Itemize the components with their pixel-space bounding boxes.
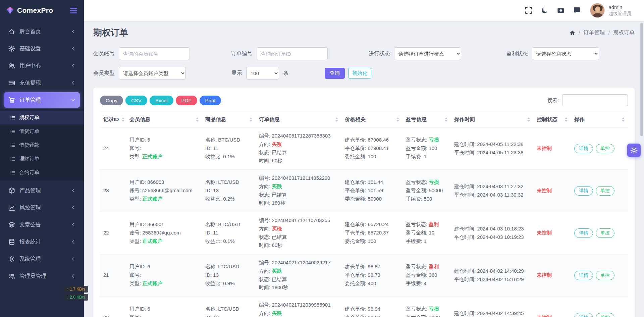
column-header-2[interactable]: 商品信息 — [202, 112, 256, 127]
menu-toggle-icon[interactable] — [69, 5, 78, 16]
sidebar-item-1[interactable]: 基础设置 — [4, 41, 80, 56]
sort-icon[interactable] — [335, 117, 338, 122]
column-header-7[interactable]: 控制状态 — [533, 112, 571, 127]
column-header-8[interactable]: 操作 — [571, 112, 628, 127]
column-header-0[interactable]: 记录ID — [100, 112, 126, 127]
dark-mode-icon[interactable] — [541, 7, 548, 14]
report-icon — [8, 239, 15, 245]
detail-button[interactable]: 详情 — [574, 271, 593, 280]
message-icon[interactable] — [573, 7, 581, 14]
home-icon[interactable] — [570, 30, 575, 36]
sidebar-subitem-3[interactable]: 理财订单 — [0, 152, 84, 166]
member-account-input[interactable] — [119, 47, 190, 60]
column-header-1[interactable]: 会员信息 — [126, 112, 202, 127]
cell-time-info: 建仓时间: 2024-04-03 11:27:32平仓时间: 2024-04-0… — [451, 170, 533, 212]
single-control-button[interactable]: 单控 — [596, 144, 614, 153]
sidebar-item-4[interactable]: 订单管理 — [4, 92, 80, 108]
sort-icon[interactable] — [527, 117, 530, 122]
single-control-button[interactable]: 单控 — [596, 228, 614, 238]
sort-icon[interactable] — [622, 117, 625, 122]
sidebar-item-label: 文章公告 — [19, 221, 71, 228]
detail-button[interactable]: 详情 — [574, 144, 593, 153]
profit-status-select[interactable]: 请选择盈利状态 — [532, 47, 599, 60]
member-type-label: 会员类型 — [93, 70, 115, 77]
title-row: 期权订单 / 订单管理 / 期权订单 — [93, 27, 635, 39]
avatar[interactable] — [590, 3, 605, 18]
sort-icon[interactable] — [396, 117, 399, 122]
cell-profit-info: 盈亏状态: 亏损盈亏金额: 3000手续费: 30 — [402, 297, 451, 317]
sort-icon[interactable] — [196, 117, 199, 122]
list-icon — [10, 129, 15, 134]
page-scrollbar[interactable] — [640, 23, 643, 136]
sort-icon[interactable] — [445, 117, 447, 122]
column-header-6[interactable]: 操作时间 — [451, 112, 533, 127]
cell-profit-info: 盈亏状态: 亏损盈亏金额: 50000手续费: 500 — [402, 170, 451, 212]
network-speed-badges: ↑ 1.7 KB/s ↓ 2.0 KB/s — [64, 286, 88, 301]
sidebar-subitem-label: 期权订单 — [19, 114, 39, 121]
export-csv-button[interactable]: CSV — [125, 96, 147, 105]
user-menu[interactable]: admin 超级管理员 — [609, 4, 632, 16]
sidebar-item-8[interactable]: 报表统计 — [4, 234, 80, 250]
sidebar-item-6[interactable]: 风控管理 — [4, 200, 80, 215]
settings-float-button[interactable] — [627, 144, 641, 157]
export-print-button[interactable]: Print — [200, 96, 221, 105]
page-size-select[interactable]: 100 — [246, 67, 279, 80]
sort-icon[interactable] — [250, 117, 252, 122]
sidebar-item-9[interactable]: 系统管理 — [4, 251, 80, 267]
export-pdf-button[interactable]: PDF — [176, 96, 197, 105]
table-row: 21用户ID: 6账号: 类型: 正式账户名称: LTC/USDID: 13收益… — [100, 254, 628, 297]
export-excel-button[interactable]: Excel — [150, 96, 173, 105]
cell-actions: 详情单控 — [571, 297, 628, 317]
member-type-select[interactable]: 请选择会员账户类型 — [119, 67, 186, 80]
brand-name: ComexPro — [17, 6, 53, 14]
reset-button[interactable]: 初始化 — [348, 68, 371, 79]
sidebar-item-10[interactable]: 管理员管理 — [4, 268, 80, 284]
sidebar-item-2[interactable]: 用户中心 — [4, 58, 80, 73]
column-header-3[interactable]: 订单信息 — [256, 112, 341, 127]
cell-order-info: 编号: 202404031712110703355方向: 买涨状态: 已结算时间… — [256, 212, 341, 254]
sidebar-subitem-2[interactable]: 借贷还款 — [0, 138, 84, 152]
sidebar-subitem-4[interactable]: 合约订单 — [0, 166, 84, 179]
single-control-button[interactable]: 单控 — [596, 271, 614, 280]
cell-actions: 详情单控 — [571, 127, 628, 170]
export-copy-button[interactable]: Copy — [100, 96, 123, 105]
brand[interactable]: ComexPro — [6, 6, 53, 14]
orders-table: 记录ID会员信息商品信息订单信息价格相关盈亏信息操作时间控制状态操作 24用户I… — [100, 112, 628, 317]
screenshot-icon[interactable] — [557, 7, 565, 14]
sidebar-item-0[interactable]: 后台首页 — [4, 24, 80, 39]
list-icon — [10, 156, 15, 162]
query-button[interactable]: 查询 — [325, 68, 345, 79]
table-row: 23用户ID: 866003账号: c2568666@gmail.com类型: … — [100, 170, 628, 212]
cell-profit-info: 盈亏状态: 盈利盈亏金额: 360手续费: 4 — [402, 254, 451, 297]
breadcrumb-separator: / — [579, 30, 580, 36]
sidebar-subitem-1[interactable]: 借贷订单 — [0, 124, 84, 138]
sort-icon[interactable] — [122, 117, 124, 122]
column-header-label: 操作时间 — [454, 116, 475, 123]
cell-control-status: 未控制 — [533, 212, 571, 254]
table-body: 24用户ID: 5账号: 类型: 正式账户名称: BTC/USDID: 11收益… — [100, 127, 628, 317]
sidebar-item-5[interactable]: 产品管理 — [4, 183, 80, 198]
progress-status-select[interactable]: 请选择订单进行状态 — [394, 47, 461, 60]
sidebar-header: ComexPro — [0, 0, 84, 21]
card-toolbar: CopyCSVExcelPDFPrint 搜索: — [100, 94, 628, 106]
single-control-button[interactable]: 单控 — [596, 313, 614, 317]
sidebar-subitem-0[interactable]: 期权订单 — [0, 111, 84, 124]
sidebar-item-3[interactable]: 充值提现 — [4, 75, 80, 91]
column-header-4[interactable]: 价格相关 — [341, 112, 402, 127]
fullscreen-icon[interactable] — [525, 7, 532, 14]
breadcrumb-item-parent[interactable]: 订单管理 — [584, 29, 605, 36]
profit-status-label: 盈利状态 — [506, 50, 528, 57]
order-id-input[interactable] — [257, 47, 328, 60]
single-control-button[interactable]: 单控 — [596, 186, 614, 196]
table-search-input[interactable] — [562, 94, 628, 106]
cell-order-info: 编号: 202404051712287358303方向: 买涨状态: 已结算时间… — [256, 127, 341, 170]
detail-button[interactable]: 详情 — [574, 186, 593, 196]
detail-button[interactable]: 详情 — [574, 228, 593, 238]
detail-button[interactable]: 详情 — [574, 313, 593, 317]
column-header-5[interactable]: 盈亏信息 — [402, 112, 451, 127]
sidebar-item-7[interactable]: 文章公告 — [4, 217, 80, 232]
sort-icon[interactable] — [565, 117, 568, 122]
sidebar-subitem-label: 理财订单 — [19, 156, 39, 162]
cell-product-info: 名称: LTC/USDID: 13收益比: 0.9% — [202, 254, 256, 297]
filter-buttons: 查询 初始化 — [325, 68, 371, 79]
